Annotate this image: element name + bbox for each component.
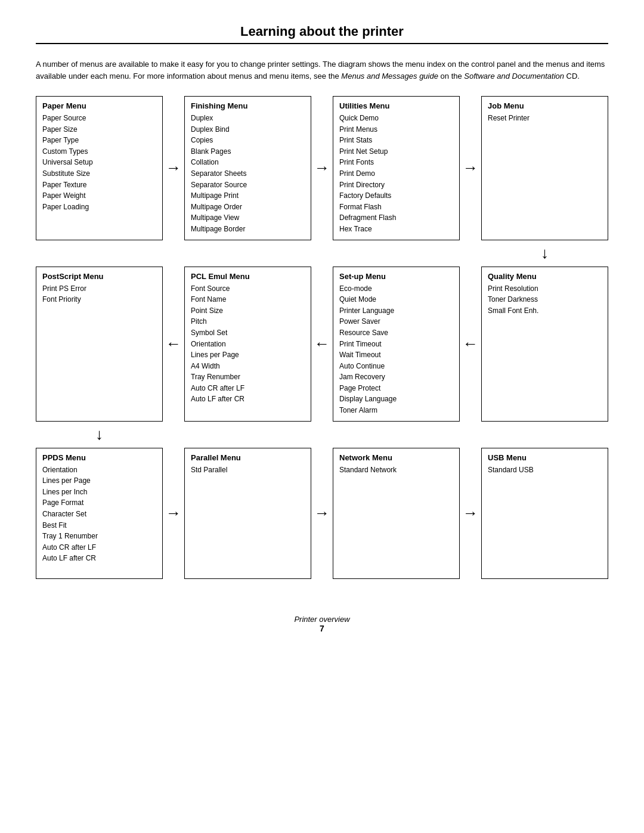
usb-menu-items: Standard USB xyxy=(488,465,602,476)
finishing-menu-items: DuplexDuplex BindCopiesBlank PagesCollat… xyxy=(191,113,305,235)
v-conn-1-2 xyxy=(184,240,311,267)
setup-menu-items: Eco-modeQuiet ModePrinter LanguagePower … xyxy=(339,283,453,416)
title-divider xyxy=(36,43,608,44)
setup-menu-title: Set-up Menu xyxy=(339,272,453,281)
parallel-menu-items: Std Parallel xyxy=(191,465,305,476)
v-conn-1-4: ↓ xyxy=(481,240,608,267)
utilities-menu-items: Quick DemoPrint MenusPrint StatsPrint Ne… xyxy=(339,113,453,235)
footer: Printer overview 7 xyxy=(36,615,608,633)
postscript-menu-box: PostScript Menu Print PS ErrorFont Prior… xyxy=(36,267,163,422)
v-conn-2-2 xyxy=(184,422,311,448)
menu-row-2: PostScript Menu Print PS ErrorFont Prior… xyxy=(36,267,608,422)
menu-row-1: Paper Menu Paper SourcePaper SizePaper T… xyxy=(36,96,608,240)
pcl-menu-box: PCL Emul Menu Font SourceFont NamePoint … xyxy=(184,267,311,422)
intro-paragraph: A number of menus are available to make … xyxy=(36,58,608,82)
utilities-menu-box: Utilities Menu Quick DemoPrint MenusPrin… xyxy=(333,96,460,240)
arrow-2-1: ← xyxy=(163,267,184,422)
ppds-menu-items: OrientationLines per PageLines per InchP… xyxy=(42,465,156,564)
quality-menu-items: Print ResolutionToner DarknessSmall Font… xyxy=(488,283,602,317)
v-conn-1-1 xyxy=(36,240,163,267)
network-menu-title: Network Menu xyxy=(339,453,453,462)
finishing-menu-box: Finishing Menu DuplexDuplex BindCopiesBl… xyxy=(184,96,311,240)
network-menu-box: Network Menu Standard Network xyxy=(333,448,460,579)
v-conn-2-1: ↓ xyxy=(36,422,163,448)
setup-menu-box: Set-up Menu Eco-modeQuiet ModePrinter La… xyxy=(333,267,460,422)
v-connector-1: ↓ xyxy=(36,240,608,267)
postscript-menu-title: PostScript Menu xyxy=(42,272,156,281)
network-menu-items: Standard Network xyxy=(339,465,453,476)
finishing-menu-title: Finishing Menu xyxy=(191,101,305,110)
usb-menu-title: USB Menu xyxy=(488,453,602,462)
utilities-menu-title: Utilities Menu xyxy=(339,101,453,110)
arrow-3-1: → xyxy=(163,448,184,579)
paper-menu-title: Paper Menu xyxy=(42,101,156,110)
arrow-2-2: ← xyxy=(311,267,333,422)
parallel-menu-box: Parallel Menu Std Parallel xyxy=(184,448,311,579)
arrow-1-2: → xyxy=(311,96,333,240)
job-menu-box: Job Menu Reset Printer xyxy=(481,96,608,240)
paper-menu-items: Paper SourcePaper SizePaper TypeCustom T… xyxy=(42,113,156,212)
job-menu-items: Reset Printer xyxy=(488,113,602,124)
v-conn-2-3 xyxy=(333,422,460,448)
arrow-3-3: → xyxy=(460,448,481,579)
v-conn-2-4 xyxy=(481,422,608,448)
arrow-3-2: → xyxy=(311,448,333,579)
v-connector-2: ↓ xyxy=(36,422,608,448)
footer-subtitle: Printer overview xyxy=(294,615,349,624)
v-conn-1-3 xyxy=(333,240,460,267)
page-number: 7 xyxy=(36,624,608,633)
arrow-1-3: → xyxy=(460,96,481,240)
ppds-menu-title: PPDS Menu xyxy=(42,453,156,462)
postscript-menu-items: Print PS ErrorFont Priority xyxy=(42,283,156,305)
arrow-2-3: ← xyxy=(460,267,481,422)
job-menu-title: Job Menu xyxy=(488,101,602,110)
quality-menu-title: Quality Menu xyxy=(488,272,602,281)
arrow-1-1: → xyxy=(163,96,184,240)
parallel-menu-title: Parallel Menu xyxy=(191,453,305,462)
quality-menu-box: Quality Menu Print ResolutionToner Darkn… xyxy=(481,267,608,422)
ppds-menu-box: PPDS Menu OrientationLines per PageLines… xyxy=(36,448,163,579)
pcl-menu-title: PCL Emul Menu xyxy=(191,272,305,281)
page-title: Learning about the printer xyxy=(36,24,608,39)
usb-menu-box: USB Menu Standard USB xyxy=(481,448,608,579)
pcl-menu-items: Font SourceFont NamePoint SizePitchSymbo… xyxy=(191,283,305,405)
menu-diagram: Paper Menu Paper SourcePaper SizePaper T… xyxy=(36,96,608,579)
menu-row-3: PPDS Menu OrientationLines per PageLines… xyxy=(36,448,608,579)
paper-menu-box: Paper Menu Paper SourcePaper SizePaper T… xyxy=(36,96,163,240)
